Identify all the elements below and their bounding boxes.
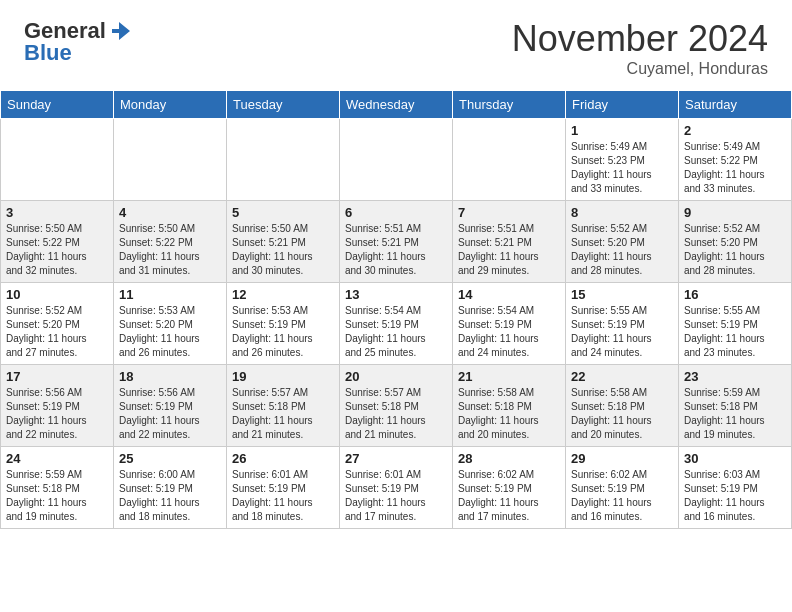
day-info: Sunrise: 5:52 AM Sunset: 5:20 PM Dayligh… bbox=[684, 222, 786, 278]
calendar-cell: 30Sunrise: 6:03 AM Sunset: 5:19 PM Dayli… bbox=[679, 447, 792, 529]
day-header-saturday: Saturday bbox=[679, 91, 792, 119]
day-info: Sunrise: 5:59 AM Sunset: 5:18 PM Dayligh… bbox=[684, 386, 786, 442]
calendar-cell: 12Sunrise: 5:53 AM Sunset: 5:19 PM Dayli… bbox=[227, 283, 340, 365]
calendar-header-row: SundayMondayTuesdayWednesdayThursdayFrid… bbox=[1, 91, 792, 119]
day-number: 7 bbox=[458, 205, 560, 220]
day-number: 25 bbox=[119, 451, 221, 466]
day-info: Sunrise: 6:01 AM Sunset: 5:19 PM Dayligh… bbox=[345, 468, 447, 524]
calendar-week-row: 3Sunrise: 5:50 AM Sunset: 5:22 PM Daylig… bbox=[1, 201, 792, 283]
day-number: 17 bbox=[6, 369, 108, 384]
logo: General Blue bbox=[24, 18, 130, 66]
day-number: 14 bbox=[458, 287, 560, 302]
day-info: Sunrise: 5:54 AM Sunset: 5:19 PM Dayligh… bbox=[458, 304, 560, 360]
day-number: 27 bbox=[345, 451, 447, 466]
calendar-cell: 10Sunrise: 5:52 AM Sunset: 5:20 PM Dayli… bbox=[1, 283, 114, 365]
calendar-cell: 16Sunrise: 5:55 AM Sunset: 5:19 PM Dayli… bbox=[679, 283, 792, 365]
day-info: Sunrise: 5:50 AM Sunset: 5:22 PM Dayligh… bbox=[6, 222, 108, 278]
page-header: General Blue November 2024 Cuyamel, Hond… bbox=[0, 0, 792, 86]
day-number: 8 bbox=[571, 205, 673, 220]
calendar-cell bbox=[453, 119, 566, 201]
calendar-cell: 26Sunrise: 6:01 AM Sunset: 5:19 PM Dayli… bbox=[227, 447, 340, 529]
calendar-cell: 5Sunrise: 5:50 AM Sunset: 5:21 PM Daylig… bbox=[227, 201, 340, 283]
calendar-week-row: 1Sunrise: 5:49 AM Sunset: 5:23 PM Daylig… bbox=[1, 119, 792, 201]
day-number: 29 bbox=[571, 451, 673, 466]
day-number: 6 bbox=[345, 205, 447, 220]
calendar-week-row: 10Sunrise: 5:52 AM Sunset: 5:20 PM Dayli… bbox=[1, 283, 792, 365]
month-title: November 2024 bbox=[512, 18, 768, 60]
calendar-cell bbox=[114, 119, 227, 201]
day-info: Sunrise: 5:55 AM Sunset: 5:19 PM Dayligh… bbox=[684, 304, 786, 360]
day-header-wednesday: Wednesday bbox=[340, 91, 453, 119]
day-number: 3 bbox=[6, 205, 108, 220]
calendar-cell: 7Sunrise: 5:51 AM Sunset: 5:21 PM Daylig… bbox=[453, 201, 566, 283]
calendar-cell: 11Sunrise: 5:53 AM Sunset: 5:20 PM Dayli… bbox=[114, 283, 227, 365]
day-number: 26 bbox=[232, 451, 334, 466]
logo-blue-text: Blue bbox=[24, 40, 72, 66]
calendar-cell: 1Sunrise: 5:49 AM Sunset: 5:23 PM Daylig… bbox=[566, 119, 679, 201]
calendar-cell: 22Sunrise: 5:58 AM Sunset: 5:18 PM Dayli… bbox=[566, 365, 679, 447]
day-info: Sunrise: 5:49 AM Sunset: 5:23 PM Dayligh… bbox=[571, 140, 673, 196]
day-header-tuesday: Tuesday bbox=[227, 91, 340, 119]
day-info: Sunrise: 5:56 AM Sunset: 5:19 PM Dayligh… bbox=[119, 386, 221, 442]
day-number: 5 bbox=[232, 205, 334, 220]
day-header-thursday: Thursday bbox=[453, 91, 566, 119]
location: Cuyamel, Honduras bbox=[512, 60, 768, 78]
calendar-cell: 19Sunrise: 5:57 AM Sunset: 5:18 PM Dayli… bbox=[227, 365, 340, 447]
day-info: Sunrise: 5:53 AM Sunset: 5:19 PM Dayligh… bbox=[232, 304, 334, 360]
calendar-table: SundayMondayTuesdayWednesdayThursdayFrid… bbox=[0, 90, 792, 529]
calendar-cell: 21Sunrise: 5:58 AM Sunset: 5:18 PM Dayli… bbox=[453, 365, 566, 447]
day-info: Sunrise: 5:50 AM Sunset: 5:22 PM Dayligh… bbox=[119, 222, 221, 278]
logo-icon bbox=[108, 20, 130, 42]
day-number: 10 bbox=[6, 287, 108, 302]
calendar-cell bbox=[340, 119, 453, 201]
day-info: Sunrise: 5:57 AM Sunset: 5:18 PM Dayligh… bbox=[345, 386, 447, 442]
day-number: 23 bbox=[684, 369, 786, 384]
calendar-cell: 27Sunrise: 6:01 AM Sunset: 5:19 PM Dayli… bbox=[340, 447, 453, 529]
day-number: 9 bbox=[684, 205, 786, 220]
day-info: Sunrise: 5:50 AM Sunset: 5:21 PM Dayligh… bbox=[232, 222, 334, 278]
day-number: 4 bbox=[119, 205, 221, 220]
day-info: Sunrise: 5:52 AM Sunset: 5:20 PM Dayligh… bbox=[571, 222, 673, 278]
calendar-cell bbox=[1, 119, 114, 201]
day-header-monday: Monday bbox=[114, 91, 227, 119]
day-number: 18 bbox=[119, 369, 221, 384]
day-number: 30 bbox=[684, 451, 786, 466]
calendar-cell: 6Sunrise: 5:51 AM Sunset: 5:21 PM Daylig… bbox=[340, 201, 453, 283]
calendar-cell: 9Sunrise: 5:52 AM Sunset: 5:20 PM Daylig… bbox=[679, 201, 792, 283]
day-number: 16 bbox=[684, 287, 786, 302]
calendar-cell: 29Sunrise: 6:02 AM Sunset: 5:19 PM Dayli… bbox=[566, 447, 679, 529]
calendar-cell: 13Sunrise: 5:54 AM Sunset: 5:19 PM Dayli… bbox=[340, 283, 453, 365]
day-info: Sunrise: 6:02 AM Sunset: 5:19 PM Dayligh… bbox=[458, 468, 560, 524]
day-number: 11 bbox=[119, 287, 221, 302]
day-number: 20 bbox=[345, 369, 447, 384]
svg-marker-0 bbox=[112, 22, 130, 40]
day-number: 21 bbox=[458, 369, 560, 384]
day-info: Sunrise: 5:59 AM Sunset: 5:18 PM Dayligh… bbox=[6, 468, 108, 524]
day-info: Sunrise: 6:02 AM Sunset: 5:19 PM Dayligh… bbox=[571, 468, 673, 524]
title-block: November 2024 Cuyamel, Honduras bbox=[512, 18, 768, 78]
day-info: Sunrise: 5:57 AM Sunset: 5:18 PM Dayligh… bbox=[232, 386, 334, 442]
day-info: Sunrise: 5:58 AM Sunset: 5:18 PM Dayligh… bbox=[458, 386, 560, 442]
day-info: Sunrise: 5:51 AM Sunset: 5:21 PM Dayligh… bbox=[458, 222, 560, 278]
day-info: Sunrise: 5:58 AM Sunset: 5:18 PM Dayligh… bbox=[571, 386, 673, 442]
day-number: 28 bbox=[458, 451, 560, 466]
day-header-sunday: Sunday bbox=[1, 91, 114, 119]
calendar-cell: 2Sunrise: 5:49 AM Sunset: 5:22 PM Daylig… bbox=[679, 119, 792, 201]
day-info: Sunrise: 5:54 AM Sunset: 5:19 PM Dayligh… bbox=[345, 304, 447, 360]
day-number: 24 bbox=[6, 451, 108, 466]
day-number: 15 bbox=[571, 287, 673, 302]
day-number: 2 bbox=[684, 123, 786, 138]
day-number: 13 bbox=[345, 287, 447, 302]
day-header-friday: Friday bbox=[566, 91, 679, 119]
day-info: Sunrise: 5:56 AM Sunset: 5:19 PM Dayligh… bbox=[6, 386, 108, 442]
day-number: 12 bbox=[232, 287, 334, 302]
calendar-week-row: 17Sunrise: 5:56 AM Sunset: 5:19 PM Dayli… bbox=[1, 365, 792, 447]
calendar-week-row: 24Sunrise: 5:59 AM Sunset: 5:18 PM Dayli… bbox=[1, 447, 792, 529]
calendar-cell: 20Sunrise: 5:57 AM Sunset: 5:18 PM Dayli… bbox=[340, 365, 453, 447]
day-info: Sunrise: 5:52 AM Sunset: 5:20 PM Dayligh… bbox=[6, 304, 108, 360]
day-info: Sunrise: 6:01 AM Sunset: 5:19 PM Dayligh… bbox=[232, 468, 334, 524]
day-info: Sunrise: 5:49 AM Sunset: 5:22 PM Dayligh… bbox=[684, 140, 786, 196]
calendar-cell: 24Sunrise: 5:59 AM Sunset: 5:18 PM Dayli… bbox=[1, 447, 114, 529]
calendar-cell: 23Sunrise: 5:59 AM Sunset: 5:18 PM Dayli… bbox=[679, 365, 792, 447]
calendar-cell bbox=[227, 119, 340, 201]
